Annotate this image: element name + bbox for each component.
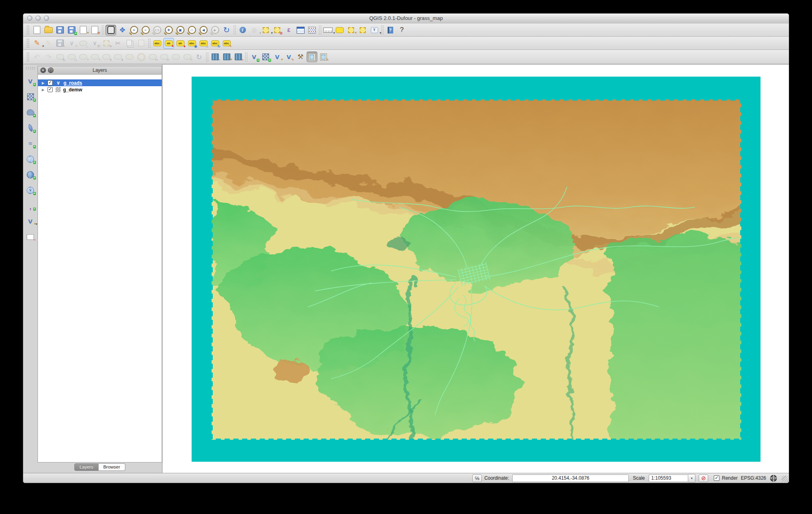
text-annotation-button[interactable]: T▾ — [369, 25, 380, 36]
zoom-out-button[interactable]: − — [140, 25, 151, 36]
add-mssql-layer-button[interactable]: ≈+ — [25, 138, 36, 149]
add-wms-layer-button[interactable]: + — [25, 154, 36, 164]
save-project-as-button[interactable]: + — [66, 25, 77, 36]
measure-button[interactable]: ▾ — [323, 25, 333, 36]
paste-features-button — [136, 38, 147, 49]
new-shapefile-layer-button[interactable]: V*▾ — [25, 216, 36, 227]
panel-float-icon[interactable]: ❒ — [48, 67, 53, 73]
field-calculator-button[interactable] — [307, 25, 317, 36]
layer-item-g_demw[interactable]: ▶✓g_demw — [38, 86, 162, 93]
window-resize-grip[interactable] — [782, 476, 788, 482]
zoom-to-layer-button[interactable]: □ — [186, 25, 197, 36]
raster-layer-icon — [55, 87, 61, 92]
zoom-to-selection-button[interactable]: ▣ — [175, 25, 186, 36]
help-contents-button[interactable]: ? — [385, 25, 396, 36]
refresh-map-button[interactable]: ↻ — [221, 25, 232, 36]
tab-layers[interactable]: Layers — [74, 463, 99, 471]
add-delimited-text-layer-button[interactable]: ,+ — [25, 200, 36, 211]
move-feature-button: → — [78, 38, 89, 49]
zoom-in-button[interactable]: + — [129, 25, 139, 36]
panel-close-icon[interactable]: × — [40, 67, 46, 73]
display-current-grass-region-button[interactable] — [307, 51, 317, 62]
close-mapset-button[interactable]: − — [233, 51, 244, 62]
add-vector-layer-button[interactable]: V+ — [25, 76, 36, 87]
layer-visibility-checkbox[interactable]: ✓ — [48, 87, 53, 92]
edit-current-grass-region-button[interactable]: ✎ — [318, 51, 329, 62]
scale-combo[interactable]: 1:105593 ▾ — [649, 474, 695, 482]
coordinate-input[interactable]: 20.4154,-34.0876 — [512, 474, 629, 482]
new-project-button[interactable] — [32, 25, 42, 36]
highlight-pinned-labels-button[interactable]: ab● — [175, 38, 186, 49]
stop-render-button[interactable]: ⊘ — [699, 474, 708, 482]
change-label-button[interactable]: abc✎ — [221, 38, 232, 49]
move-label-button[interactable]: abc→ — [198, 38, 209, 49]
open-mapset-button[interactable]: ↑ — [210, 51, 220, 62]
new-mapset-button[interactable]: * — [221, 51, 232, 62]
layer-labeling-options-button[interactable]: abc — [152, 38, 162, 49]
add-grass-raster-layer-button[interactable]: + — [260, 51, 271, 62]
open-attribute-table-button[interactable] — [295, 25, 306, 36]
add-raster-layer-button[interactable]: + — [25, 91, 36, 102]
new-print-composer-button[interactable]: * — [78, 25, 89, 36]
select-by-expression-button[interactable]: ε — [283, 25, 294, 36]
zoom-full-extent-button[interactable]: ✥ — [163, 25, 174, 36]
scale-value[interactable]: 1:105593 — [649, 474, 688, 482]
toolbar-drag-handle[interactable] — [26, 25, 30, 35]
show-hide-labels-button[interactable]: abc◉ — [186, 38, 197, 49]
save-project-button[interactable] — [55, 25, 65, 36]
add-postgis-layer-button[interactable]: + — [25, 107, 36, 118]
pan-to-selection-icon: ✥ — [119, 26, 125, 34]
open-project-button[interactable] — [43, 25, 54, 36]
select-features-button[interactable]: ▾ — [260, 25, 271, 36]
scale-dropdown-arrow-icon[interactable]: ▾ — [688, 474, 695, 482]
text-annotation-icon: T — [371, 27, 378, 33]
add-spatialite-layer-button[interactable]: + — [25, 123, 36, 133]
edit-grass-vector-button[interactable]: V✎ — [283, 51, 294, 62]
show-bookmarks-button[interactable] — [357, 25, 368, 36]
coordinate-display-toggle-button[interactable]: ℅ — [472, 474, 482, 482]
identify-features-button[interactable]: i — [237, 25, 248, 36]
create-new-grass-vector-button[interactable]: V* — [272, 51, 283, 62]
toolbar-drag-handle[interactable] — [26, 52, 30, 62]
toolbar-drag-handle[interactable] — [26, 38, 30, 48]
new-bookmark-button[interactable]: * — [346, 25, 356, 36]
render-checkbox[interactable]: ✓ — [714, 475, 719, 481]
open-grass-tools-button[interactable]: ⚒ — [295, 51, 306, 62]
rotate-label-button[interactable]: abc↻ — [210, 38, 220, 49]
add-wcs-layer-button[interactable]: + — [25, 169, 36, 180]
deselect-features-button[interactable]: ⊘ — [272, 25, 283, 36]
text-annotation-dropdown-arrow-icon[interactable]: ▾ — [380, 31, 381, 35]
add-delimited-text-layer-icon: , — [29, 200, 32, 212]
composer-manager-button[interactable]: ⚒ — [89, 25, 100, 36]
remove-layer-button[interactable]: − — [25, 231, 36, 242]
toolbar-separator — [381, 25, 384, 35]
pan-map-button[interactable] — [105, 25, 116, 36]
add-mssql-layer-icon: ≈ — [28, 140, 32, 148]
expand-arrow-icon[interactable]: ▶ — [40, 88, 46, 92]
zoom-last-button[interactable]: ◀ — [198, 25, 209, 36]
title-bar[interactable]: QGIS 2.0.1-Dufour - grass_map — [23, 14, 789, 24]
current-edits-button[interactable]: ✎▾ — [32, 38, 42, 49]
measure-icon — [323, 28, 333, 33]
crs-status-icon[interactable] — [770, 475, 777, 482]
expand-arrow-icon[interactable]: ▶ — [40, 81, 46, 85]
composer-manager-badge: ⚒ — [97, 32, 100, 35]
dem-raster — [212, 99, 741, 440]
pan-to-selection-button[interactable]: ✥ — [117, 25, 128, 36]
whats-this-button[interactable]: ? — [396, 25, 407, 36]
merge-feature-attributes-button: ✎ — [182, 51, 193, 62]
layers-panel-header[interactable]: × ❒ Layers — [38, 66, 162, 75]
layer-item-g_roads[interactable]: ▶✓∨g_roads — [38, 79, 162, 86]
layer-visibility-checkbox[interactable]: ✓ — [48, 80, 53, 85]
toolbar-drag-handle[interactable] — [26, 67, 35, 70]
whats-this-icon: ? — [400, 26, 404, 34]
map-canvas[interactable] — [162, 64, 789, 474]
add-grass-vector-layer-button[interactable]: V+ — [249, 51, 259, 62]
add-vector-layer-badge: + — [33, 83, 36, 86]
map-tips-button[interactable] — [334, 25, 345, 36]
pin-unpin-labels-button[interactable]: ab● — [163, 38, 174, 49]
new-shapefile-layer-dropdown-arrow-icon[interactable]: ▾ — [36, 222, 37, 226]
toolbar-separator — [319, 25, 321, 35]
add-wfs-layer-button[interactable]: V+ — [25, 185, 36, 196]
tab-browser[interactable]: Browser — [99, 463, 125, 471]
